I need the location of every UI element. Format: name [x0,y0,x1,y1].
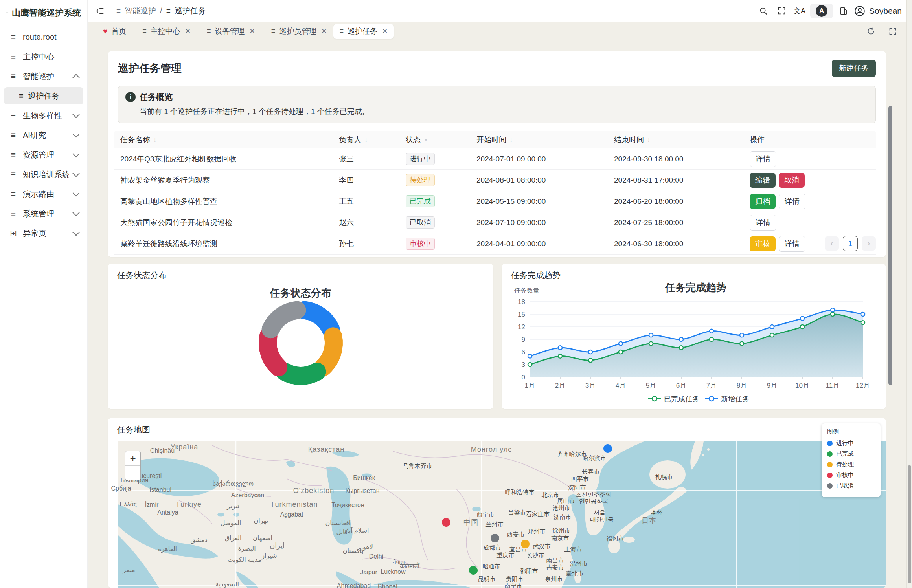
action-button-审核[interactable]: 审核 [750,236,776,251]
column-header-开始时间[interactable]: 开始时间↓ [470,135,608,145]
action-button-取消[interactable]: 取消 [779,173,805,188]
menu-icon: ≡ [19,92,24,101]
svg-text:任务完成趋势: 任务完成趋势 [664,282,726,293]
action-button-编辑[interactable]: 编辑 [750,173,776,188]
column-header-操作[interactable]: 操作 [743,135,876,145]
breadcrumb-item-current[interactable]: 巡护任务 [175,5,206,16]
tab-首页[interactable]: ♥首页 [97,24,132,39]
cell-task-name: 大熊猫国家公园竹子开花情况巡检 [114,218,333,228]
donut-slice-审核中[interactable] [268,336,278,367]
window-scrollbar-thumb[interactable] [908,465,911,583]
column-header-任务名称[interactable]: 任务名称↓ [114,135,333,145]
action-button-详情[interactable]: 详情 [750,151,776,167]
chart-legend-已完成任务: 已完成任务 [664,395,699,403]
user-menu[interactable]: Soybean [854,5,902,16]
overview-title: 任务概览 [140,92,173,103]
map-marker-待处理[interactable] [521,540,530,548]
legend-dot [827,441,833,446]
content-area: ♥首页≡主控中心✕≡设备管理✕≡巡护员管理✕≡巡护任务✕ 巡护任务管理 新建任务… [87,22,912,588]
app-logo-row[interactable]: 山鹰智能巡护系统 [0,0,87,26]
status-donut-chart[interactable] [256,298,346,388]
sidebar-item-巡护任务[interactable]: ≡巡护任务 [4,87,83,104]
column-header-负责人[interactable]: 负责人↓ [333,135,399,145]
cell-end-time: 2024-08-31 17:00:00 [608,176,743,185]
pagination-next[interactable]: › [862,236,876,251]
task-overview-banner: i 任务概览 当前有 1 个巡护任务正在进行中，1 个任务待处理，1 个任务已完… [118,86,876,123]
fullscreen-icon[interactable] [774,4,789,18]
sidebar-item-智能巡护[interactable]: ≡智能巡护 [4,68,83,85]
sidebar-item-异常页[interactable]: ⊞异常页 [4,225,83,242]
theme-toggle[interactable]: A [810,4,833,18]
window-scrollbar[interactable] [906,0,912,588]
sidebar-item-演示路由[interactable]: ≡演示路由 [4,185,83,203]
breadcrumb-item-parent[interactable]: 智能巡护 [125,5,156,16]
collapse-sidebar-icon[interactable] [93,4,108,18]
tab-巡护员管理[interactable]: ≡巡护员管理✕ [265,24,333,39]
close-tab-icon[interactable]: ✕ [321,27,327,35]
map-zoom-out-button[interactable]: − [125,465,140,480]
tab-巡护任务[interactable]: ≡巡护任务✕ [333,24,394,39]
tab-设备管理[interactable]: ≡设备管理✕ [200,24,261,39]
action-button-归档[interactable]: 归档 [750,194,776,209]
status-distribution-card: 任务状态分布 任务状态分布 [108,264,493,409]
sort-icon[interactable]: ↓ [364,136,368,143]
close-tab-icon[interactable]: ✕ [185,27,191,35]
sidebar-item-AI研究[interactable]: ≡AI研究 [4,126,83,144]
tab-主控中心[interactable]: ≡主控中心✕ [136,24,197,39]
language-icon[interactable]: 文A [792,4,807,18]
sidebar-item-route.root[interactable]: ≡route.root [4,28,83,46]
sidebar-item-系统管理[interactable]: ≡系统管理 [4,205,83,222]
map-marker-已取消[interactable] [491,534,499,542]
table-header: 任务名称↓负责人↓状态▼开始时间↓结束时间↓操作 [114,131,876,148]
content-scrollbar-thumb[interactable] [888,106,892,385]
app-logo-icon [6,6,8,20]
svg-text:3月: 3月 [585,382,596,389]
tab-fullscreen-icon[interactable] [885,24,900,39]
column-label: 结束时间 [614,135,644,145]
status-badge: 已取消 [406,216,435,229]
map-zoom-in-button[interactable]: + [125,451,140,465]
sidebar-menu: ≡route.root≡主控中心≡智能巡护≡巡护任务≡生物多样性≡AI研究≡资源… [0,28,87,242]
map-marker-进行中[interactable] [603,444,612,453]
chevron-down-icon [72,209,79,216]
map-marker-已完成[interactable] [469,566,478,575]
column-header-状态[interactable]: 状态▼ [399,135,470,145]
create-task-button[interactable]: 新建任务 [832,60,876,77]
svg-text:8月: 8月 [737,382,747,389]
sort-icon[interactable]: ↓ [509,136,513,143]
pagination-prev[interactable]: ‹ [825,236,839,251]
donut-slice-已完成[interactable] [285,372,317,376]
close-tab-icon[interactable]: ✕ [250,27,255,35]
action-button-详情[interactable]: 详情 [779,236,805,252]
overview-text: 当前有 1 个巡护任务正在进行中，1 个任务待处理，1 个任务已完成。 [140,106,868,117]
donut-slice-进行中[interactable] [305,310,331,330]
task-map[interactable]: УкраїнаChișinăuBucureștiБългарияСрбијаIs… [118,441,886,588]
action-button-详情[interactable]: 详情 [750,215,776,231]
sort-icon[interactable]: ↓ [647,136,650,143]
theme-palette-icon[interactable] [836,4,851,18]
refresh-icon[interactable] [863,24,878,39]
map-legend: 图例 进行中已完成待处理审核中已取消 [822,423,881,497]
search-icon[interactable] [756,4,771,18]
sort-icon[interactable]: ↓ [153,136,156,143]
filter-icon[interactable]: ▼ [424,137,428,142]
table-row: 神农架金丝猴夏季行为观察李四待处理2024-08-01 08:00:002024… [114,170,876,191]
donut-slice-待处理[interactable] [323,336,334,367]
menu-icon: ≡ [271,27,276,35]
sidebar-item-生物多样性[interactable]: ≡生物多样性 [4,107,83,124]
map-marker-审核中[interactable] [442,518,450,527]
sidebar-item-资源管理[interactable]: ≡资源管理 [4,146,83,163]
legend-label: 已取消 [836,482,854,489]
column-header-结束时间[interactable]: 结束时间↓ [608,135,743,145]
pagination-page-1[interactable]: 1 [843,236,858,251]
donut-slice-已取消[interactable] [271,310,297,330]
sidebar-item-知识培训系统[interactable]: ≡知识培训系统 [4,166,83,183]
close-tab-icon[interactable]: ✕ [382,27,388,35]
sidebar-item-label: 异常页 [23,228,69,239]
completion-trend-chart[interactable]: 任务完成趋势任务数量03691215181月2月3月4月5月6月7月8月9月10… [507,272,884,408]
action-button-详情[interactable]: 详情 [779,194,805,209]
map-legend-item-审核中: 审核中 [827,471,875,479]
cell-start-time: 2024-07-10 09:00:00 [470,218,608,227]
sidebar-item-主控中心[interactable]: ≡主控中心 [4,48,83,65]
tab-separator [199,27,199,36]
